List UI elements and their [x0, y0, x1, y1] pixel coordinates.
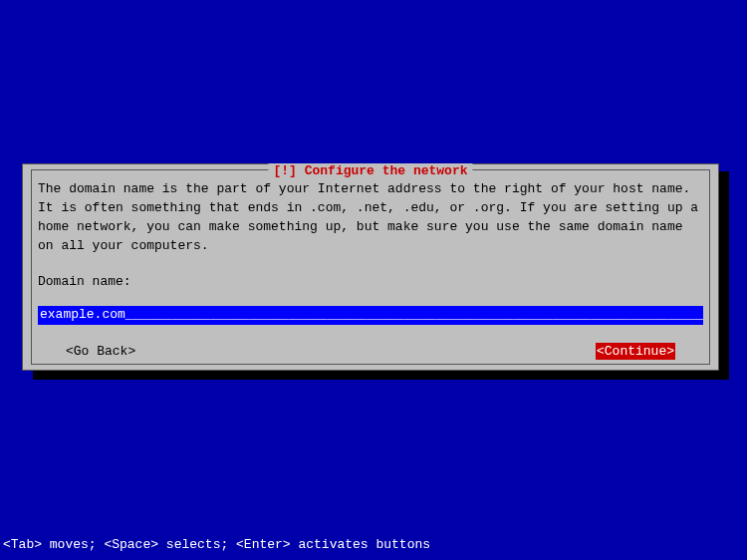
button-row: <Go Back> <Continue>: [38, 343, 703, 360]
dialog-border: [!] Configure the network The domain nam…: [31, 169, 710, 365]
continue-button[interactable]: <Continue>: [596, 343, 675, 360]
domain-name-input[interactable]: example.com_____________________________…: [38, 306, 703, 325]
dialog-title: [!] Configure the network: [268, 163, 472, 178]
input-value: example.com: [40, 307, 125, 322]
configure-network-dialog: [!] Configure the network The domain nam…: [22, 163, 719, 371]
status-bar: <Tab> moves; <Space> selects; <Enter> ac…: [3, 537, 430, 552]
input-fill: ________________________________________…: [125, 307, 703, 322]
dialog-content: The domain name is the part of your Inte…: [32, 170, 709, 368]
domain-name-label: Domain name:: [38, 273, 703, 292]
go-back-button[interactable]: <Go Back>: [66, 343, 135, 360]
dialog-description: The domain name is the part of your Inte…: [38, 180, 703, 255]
